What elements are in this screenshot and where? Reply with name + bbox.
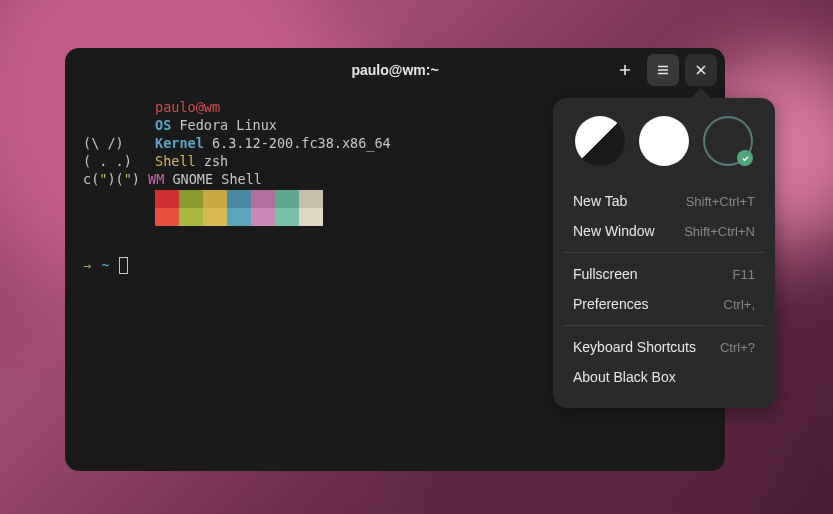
menu-item-new-window[interactable]: New WindowShift+Ctrl+N	[563, 216, 765, 246]
menu-item-about-black-box[interactable]: About Black Box	[563, 362, 765, 392]
wm-label: WM	[148, 171, 164, 187]
menu-accel: Ctrl+,	[724, 297, 755, 312]
palette-swatch	[251, 208, 275, 226]
palette-swatch	[227, 208, 251, 226]
menu-item-preferences[interactable]: PreferencesCtrl+,	[563, 289, 765, 319]
palette-swatch	[275, 208, 299, 226]
os-value: Fedora Linux	[179, 117, 277, 133]
menu-label: Preferences	[573, 296, 648, 312]
hamburger-icon	[656, 63, 670, 77]
menu-item-fullscreen[interactable]: FullscreenF11	[563, 259, 765, 289]
palette-swatch	[179, 190, 203, 208]
menu-label: Fullscreen	[573, 266, 638, 282]
palette-swatch	[155, 208, 179, 226]
theme-switcher	[563, 108, 765, 180]
menu-section: New TabShift+Ctrl+TNew WindowShift+Ctrl+…	[563, 180, 765, 252]
plus-icon	[618, 63, 632, 77]
palette-swatch	[299, 190, 323, 208]
menu-section: Keyboard ShortcutsCtrl+?About Black Box	[563, 325, 765, 398]
wm-value: GNOME Shell	[172, 171, 261, 187]
menu-label: About Black Box	[573, 369, 676, 385]
titlebar: paulo@wm:~	[65, 48, 725, 92]
palette-swatch	[155, 190, 179, 208]
menu-label: New Tab	[573, 193, 627, 209]
close-icon	[694, 63, 708, 77]
palette-swatch	[227, 190, 251, 208]
menu-accel: Shift+Ctrl+T	[686, 194, 755, 209]
theme-option-light[interactable]	[639, 116, 689, 166]
terminal-window: paulo@wm:~ paulo@wm OS Fedora Linux (\ /…	[65, 48, 725, 471]
menu-item-keyboard-shortcuts[interactable]: Keyboard ShortcutsCtrl+?	[563, 332, 765, 362]
main-menu-popover: New TabShift+Ctrl+TNew WindowShift+Ctrl+…	[553, 98, 775, 408]
check-icon	[737, 150, 753, 166]
menu-label: Keyboard Shortcuts	[573, 339, 696, 355]
palette-swatch	[275, 190, 299, 208]
menu-section: FullscreenF11PreferencesCtrl+,	[563, 252, 765, 325]
new-tab-button[interactable]	[609, 54, 641, 86]
kernel-label: Kernel	[155, 135, 204, 151]
palette-swatch	[251, 190, 275, 208]
user-host: paulo@wm	[155, 99, 220, 115]
kernel-value: 6.3.12-200.fc38.x86_64	[212, 135, 391, 151]
menu-item-new-tab[interactable]: New TabShift+Ctrl+T	[563, 186, 765, 216]
menu-button[interactable]	[647, 54, 679, 86]
window-title: paulo@wm:~	[351, 62, 438, 78]
menu-label: New Window	[573, 223, 655, 239]
prompt-arrow: →	[83, 256, 91, 274]
prompt-cwd: ~	[101, 256, 109, 274]
palette-swatch	[203, 208, 227, 226]
menu-accel: Ctrl+?	[720, 340, 755, 355]
close-button[interactable]	[685, 54, 717, 86]
theme-option-follow-system[interactable]	[575, 116, 625, 166]
theme-option-dark[interactable]	[703, 116, 753, 166]
os-label: OS	[155, 117, 171, 133]
palette-swatch	[179, 208, 203, 226]
palette-swatch	[299, 208, 323, 226]
palette-swatch	[203, 190, 227, 208]
shell-label: Shell	[155, 153, 196, 169]
text-cursor	[119, 257, 128, 274]
menu-accel: Shift+Ctrl+N	[684, 224, 755, 239]
shell-value: zsh	[204, 153, 228, 169]
menu-accel: F11	[733, 267, 755, 282]
